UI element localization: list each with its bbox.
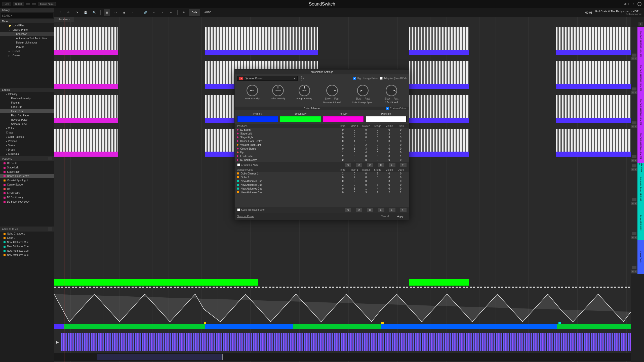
table-row[interactable]: Vocalist Spot Light322010 — [235, 143, 409, 147]
color-swatch[interactable] — [323, 116, 364, 122]
knob[interactable]: SlowFastColor Change Speed — [352, 85, 373, 104]
high-energy-checkbox[interactable]: High Energy Pulse — [353, 77, 378, 80]
table-row[interactable]: New Attributes Cue300300 — [235, 183, 409, 187]
position-item[interactable]: DJ Booth copy — [0, 195, 54, 200]
table-row[interactable]: New Attributes Cue031400 — [235, 187, 409, 191]
save-as-preset-link[interactable]: Save as Preset — [237, 215, 254, 218]
effect-item[interactable]: Smooth Pulse — [0, 122, 54, 126]
library-item[interactable]: Default Lightshows — [0, 40, 54, 45]
info-icon[interactable]: i — [300, 76, 304, 80]
cancel-button[interactable]: Cancel — [378, 214, 392, 218]
track-label[interactable]: Intimidator Beam LED 350 — [637, 172, 644, 206]
clip-green[interactable] — [54, 279, 258, 286]
table-row[interactable]: Up104000 — [235, 151, 409, 154]
effect-item[interactable]: Position — [0, 139, 54, 143]
color-swatch[interactable] — [366, 116, 407, 122]
mic-button[interactable]: ⎌ — [168, 9, 174, 16]
table-row[interactable]: Centre Starge033200 — [235, 147, 409, 151]
add-position-button[interactable]: + — [48, 157, 52, 160]
table-row[interactable]: New Attributes Cue000330 — [235, 179, 409, 183]
track-label[interactable]: Beam LED 350 2 — [637, 206, 644, 240]
effect-item[interactable]: Strobe — [0, 143, 54, 148]
clip-green[interactable] — [409, 279, 469, 286]
clip[interactable] — [205, 27, 318, 55]
marker-yellow[interactable] — [204, 322, 206, 324]
gear-icon[interactable] — [637, 2, 641, 6]
waveform[interactable] — [61, 333, 631, 351]
sort-button[interactable]: R — [367, 208, 373, 212]
table-row[interactable]: Stage Left000024 — [235, 132, 409, 135]
color-swatch[interactable] — [280, 116, 321, 122]
bpm-display[interactable]: 120.00 — [13, 2, 24, 6]
undo-button[interactable]: ↶ — [65, 9, 72, 16]
track-label[interactable]: SlimPAR 64 RGBA 2 Ch: 231 — [637, 61, 644, 95]
effect-item[interactable]: Chase — [0, 130, 54, 135]
knob[interactable]: 100%Pulse Intensity — [271, 85, 286, 104]
sort-button[interactable]: ↑↓ — [345, 208, 351, 212]
attrcue-item[interactable]: New Attributes Cue — [0, 253, 54, 257]
effect-item[interactable]: Reverse Pulse — [0, 118, 54, 122]
table-row[interactable]: Lead Guitar200001 — [235, 154, 409, 158]
marker-yellow[interactable] — [381, 322, 384, 324]
sort-button[interactable]: ↑↓ — [345, 163, 351, 167]
sort-button[interactable]: ↓↓ — [389, 208, 395, 212]
keep-open-checkbox[interactable]: Keep this dialog open — [237, 208, 265, 211]
apply-button[interactable]: Apply — [394, 214, 407, 218]
sort-button[interactable]: ↓↑ — [356, 208, 362, 212]
redo-button[interactable]: ↷ — [74, 9, 80, 16]
sort-button[interactable]: R — [378, 163, 384, 167]
sliders-button[interactable]: ⎍ — [151, 9, 157, 16]
effect-item[interactable]: Intensity — [0, 92, 54, 96]
clip[interactable] — [409, 61, 469, 89]
position-item[interactable]: DJ Booth — [0, 161, 54, 165]
position-item[interactable]: Stage Left — [0, 165, 54, 170]
adaptive-checkbox[interactable]: Adaptive (Low BPM) — [380, 77, 407, 80]
table-row[interactable]: New Attributes Cue003222 — [235, 191, 409, 194]
attrcue-item[interactable]: New Attributes Cue — [0, 244, 54, 249]
add-track-button[interactable]: + — [638, 22, 643, 26]
span-button[interactable]: ↔ — [129, 9, 136, 16]
position-item[interactable]: Lead Guitar — [0, 191, 54, 195]
preset-dropdown[interactable]: DP Dynamic Preset ▼ — [237, 76, 298, 81]
sort-button[interactable]: ↑↑ — [400, 163, 407, 167]
track-controls[interactable]: MS — [631, 240, 637, 274]
knob[interactable]: SlowFastMovement Speed — [323, 85, 341, 104]
library-item[interactable]: Local Files — [0, 23, 54, 28]
attrcue-item[interactable]: Gobo Change 1 — [0, 232, 54, 236]
attrcue-item[interactable]: New Attributes Cue — [0, 240, 54, 244]
knob[interactable]: 50%Bridge Intensity — [297, 85, 312, 104]
live-indicator[interactable]: Live — [3, 2, 11, 6]
track-label[interactable]: SlimPAR 64 RGBA 3 Ch: 231 — [637, 95, 644, 129]
attrcue-item[interactable]: Gobo 2 — [0, 236, 54, 240]
list-view-button[interactable]: ▭ — [112, 9, 119, 16]
knob[interactable]: 0%Base Intensity — [245, 85, 260, 104]
grid-view-button[interactable]: ▦ — [104, 9, 110, 16]
change-hold-checkbox[interactable]: Change & Hold — [237, 163, 258, 166]
sort-button[interactable]: ↓↑ — [367, 163, 373, 167]
auto-button[interactable]: AUTO — [202, 9, 214, 16]
help-button[interactable]: ? — [632, 3, 634, 6]
track-row[interactable] — [54, 27, 631, 60]
clip[interactable] — [556, 27, 631, 55]
clip[interactable] — [54, 95, 118, 123]
position-item[interactable]: Centre Starge — [0, 183, 54, 187]
effect-item[interactable]: Color Palettes — [0, 135, 54, 139]
library-item[interactable]: Automation Test Audio Files — [0, 36, 54, 40]
effect-item[interactable]: Flash And Fade — [0, 113, 54, 118]
source-button[interactable]: Engine Prime — [38, 2, 56, 6]
track-controls[interactable]: MS — [631, 27, 637, 61]
library-item[interactable]: Crates — [0, 53, 54, 58]
effect-item[interactable]: Build Ups — [0, 152, 54, 156]
track-label[interactable]: Intimidator Be... — [637, 163, 644, 172]
effect-item[interactable]: Random Intensity — [0, 96, 54, 101]
marker-cyan[interactable] — [558, 322, 561, 324]
sort-button[interactable]: ↓↑ — [356, 163, 362, 167]
table-row[interactable]: Stage Right000033 — [235, 135, 409, 139]
add-attrcue-button[interactable]: + — [48, 227, 52, 231]
sort-button[interactable]: ↓↓ — [389, 163, 395, 167]
clip[interactable] — [54, 27, 118, 55]
clip[interactable] — [54, 61, 118, 89]
position-item[interactable]: Stage Right — [0, 170, 54, 174]
track-controls[interactable]: MS — [631, 172, 637, 206]
table-row[interactable]: Dance Floor Centre011100 — [235, 139, 409, 143]
